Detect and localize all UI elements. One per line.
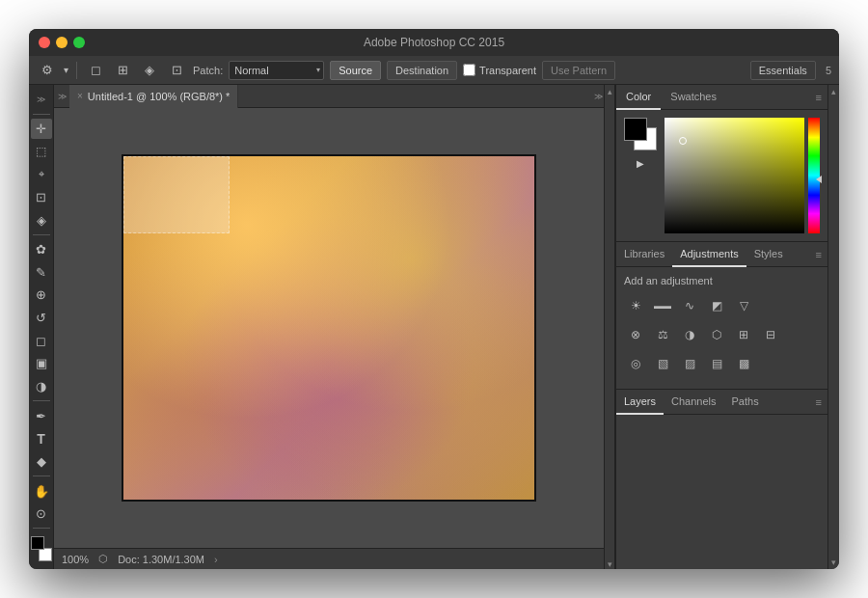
fg-bg-color-widget[interactable] xyxy=(29,534,54,563)
color-lookup-icon[interactable]: ⊟ xyxy=(759,323,782,346)
tab-swatches[interactable]: Swatches xyxy=(661,85,726,110)
history-tool-icon[interactable]: ↺ xyxy=(31,308,52,329)
layers-panel: Layers Channels Paths ≡ xyxy=(616,389,827,569)
layers-tabs: Layers Channels Paths xyxy=(616,390,767,415)
pen-tool-icon[interactable]: ✒ xyxy=(31,405,52,426)
new-layer-icon[interactable]: ⊞ xyxy=(112,60,133,81)
patch-mode-dropdown-wrapper[interactable]: Normal Content-Aware ▾ xyxy=(229,61,324,80)
minimize-button[interactable] xyxy=(56,37,68,48)
selection-tool-icon[interactable]: ⬚ xyxy=(31,141,52,162)
threshold-icon[interactable]: ▨ xyxy=(678,352,701,375)
color-swatches-column: ▶ xyxy=(624,118,657,233)
title-bar: Adobe Photoshop CC 2015 xyxy=(29,29,839,56)
essentials-button[interactable]: Essentials xyxy=(750,61,816,80)
adjustments-panel: Libraries Adjustments Styles ≡ Add an ad… xyxy=(616,241,827,389)
vibrance-icon[interactable]: ▽ xyxy=(732,294,755,317)
patch-mode-select[interactable]: Normal Content-Aware xyxy=(229,61,324,80)
color-panel-content: ▶ xyxy=(616,110,827,241)
canvas-image xyxy=(122,154,536,502)
transparent-checkbox-group[interactable]: Transparent xyxy=(463,64,536,76)
vscroll-down-icon[interactable]: ▾ xyxy=(606,559,613,567)
color-panel-menu-icon[interactable]: ≡ xyxy=(816,92,822,103)
text-tool-icon[interactable]: T xyxy=(31,428,52,449)
tab-adjustments[interactable]: Adjustments xyxy=(672,242,746,267)
shape-tool-icon[interactable]: ◆ xyxy=(31,451,52,473)
exposure-icon[interactable]: ◩ xyxy=(705,294,728,317)
fg-bg-swatches[interactable] xyxy=(624,118,657,150)
collapse-panels-icon[interactable]: ≫ xyxy=(54,85,69,108)
curves-icon[interactable]: ∿ xyxy=(678,294,701,317)
expand-icon[interactable]: ≫ xyxy=(31,89,52,110)
tab-channels[interactable]: Channels xyxy=(664,390,723,415)
spot-heal-tool-icon[interactable]: ✿ xyxy=(31,239,52,260)
color-gradient-box[interactable] xyxy=(665,118,804,233)
tab-paths[interactable]: Paths xyxy=(724,390,767,415)
brush-tool-icon[interactable]: ✎ xyxy=(31,261,52,283)
photo-filter-icon[interactable]: ⬡ xyxy=(705,323,728,346)
color-balance-icon[interactable]: ⚖ xyxy=(651,323,674,346)
adjustments-content: Add an adjustment ☀ ▬▬ ∿ ◩ ▽ ⊗ ⚖ ◑ ⬡ xyxy=(616,267,827,389)
hand-tool-icon[interactable]: ✋ xyxy=(31,480,52,502)
status-arrow-icon[interactable]: › xyxy=(214,554,218,565)
window-title: Adobe Photoshop CC 2015 xyxy=(364,36,504,49)
vscroll-up-icon[interactable]: ▴ xyxy=(606,87,613,95)
tab-color[interactable]: Color xyxy=(616,85,661,110)
dodge-tool-icon[interactable]: ◑ xyxy=(31,376,52,397)
tool-settings-icon[interactable]: ⚙ xyxy=(37,60,58,81)
panel-vscroll-up[interactable]: ▴ xyxy=(830,87,838,96)
eraser-tool-icon[interactable]: ◻ xyxy=(31,330,52,351)
fg-color-swatch[interactable] xyxy=(31,536,44,550)
tab-close-icon[interactable]: × xyxy=(77,91,83,101)
brightness-contrast-icon[interactable]: ☀ xyxy=(624,294,647,317)
eyedropper-tool-icon[interactable]: ◈ xyxy=(31,209,52,231)
adjustments-panel-menu-icon[interactable]: ≡ xyxy=(816,249,822,260)
export-icon[interactable]: ⬡ xyxy=(98,553,108,565)
adjustments-tab-bar: Libraries Adjustments Styles ≡ xyxy=(616,242,827,267)
use-pattern-button[interactable]: Use Pattern xyxy=(542,61,615,80)
invert-icon[interactable]: ◎ xyxy=(624,352,647,375)
layers-panel-menu-icon[interactable]: ≡ xyxy=(816,396,822,408)
destination-button[interactable]: Destination xyxy=(387,61,457,80)
adjustments-row-2: ⊗ ⚖ ◑ ⬡ ⊞ ⊟ xyxy=(624,323,820,346)
separator xyxy=(76,62,77,79)
gradient-brightness xyxy=(665,118,804,233)
transparent-checkbox[interactable] xyxy=(463,64,475,76)
canvas-content[interactable] xyxy=(54,108,604,548)
channel-mixer-icon[interactable]: ⊞ xyxy=(732,323,755,346)
canvas-vscroll[interactable]: ▴ ▾ xyxy=(604,85,615,569)
hue-slider[interactable] xyxy=(808,118,820,233)
sample-icon[interactable]: ◈ xyxy=(139,60,160,81)
levels-icon[interactable]: ▬▬ xyxy=(651,294,674,317)
maximize-button[interactable] xyxy=(73,37,85,48)
selective-color-icon[interactable]: ▩ xyxy=(732,352,755,375)
adjustments-tabs: Libraries Adjustments Styles xyxy=(616,242,791,267)
patch-selection xyxy=(123,156,230,233)
tool-preset-dropdown[interactable]: ▾ xyxy=(64,65,68,75)
hsl-icon[interactable]: ⊗ xyxy=(624,323,647,346)
posterize-icon[interactable]: ▧ xyxy=(651,352,674,375)
brush-shape-icon[interactable]: ◻ xyxy=(85,60,106,81)
panel-vscroll-down[interactable]: ▾ xyxy=(830,557,838,567)
lasso-tool-icon[interactable]: ⌖ xyxy=(31,164,52,185)
gradient-map-icon[interactable]: ▤ xyxy=(705,352,728,375)
zoom-tool-icon[interactable]: ⊙ xyxy=(31,503,52,525)
tab-styles[interactable]: Styles xyxy=(746,242,791,267)
close-button[interactable] xyxy=(39,37,50,48)
tab-libraries[interactable]: Libraries xyxy=(616,242,672,267)
tab-layers[interactable]: Layers xyxy=(616,390,664,415)
source-button[interactable]: Source xyxy=(330,61,381,80)
right-panels: Color Swatches ≡ ▶ xyxy=(615,85,827,569)
transparent-label: Transparent xyxy=(479,65,536,76)
canvas-tab[interactable]: × Untitled-1 @ 100% (RGB/8*) * xyxy=(69,85,238,108)
gradient-tool-icon[interactable]: ▣ xyxy=(31,353,52,374)
right-panel-vscroll[interactable]: ▴ ▾ xyxy=(827,85,839,569)
play-icon[interactable]: ▶ xyxy=(637,158,644,169)
crop-tool-icon[interactable]: ⊡ xyxy=(31,187,52,208)
clone-tool-icon[interactable]: ⊕ xyxy=(31,285,52,306)
foreground-color-swatch[interactable] xyxy=(624,118,647,141)
tool-extra-icon[interactable]: ⊡ xyxy=(166,60,187,81)
layers-content xyxy=(616,415,827,569)
canvas-tab-bar: ≫ × Untitled-1 @ 100% (RGB/8*) * ≫ xyxy=(54,85,604,108)
move-tool-icon[interactable]: ✛ xyxy=(31,119,52,140)
bw-icon[interactable]: ◑ xyxy=(678,323,701,346)
